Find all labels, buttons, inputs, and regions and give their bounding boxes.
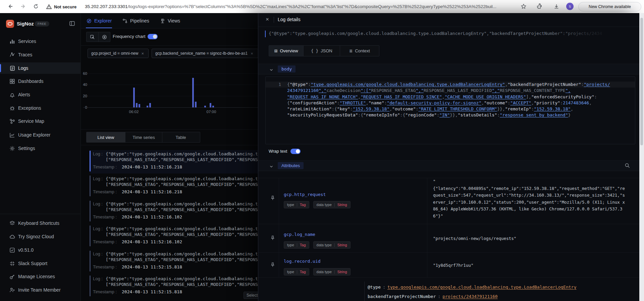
sidebar-item-manage-licenses[interactable]: Manage Licenses: [0, 271, 80, 282]
profile-avatar[interactable]: s: [566, 3, 574, 10]
timestamp-label: Timestamp :: [93, 214, 117, 219]
sidebar-item-logs[interactable]: Logs: [0, 62, 80, 74]
sidebar-item-traces[interactable]: Traces: [0, 49, 80, 60]
chevron-down-icon[interactable]: [269, 67, 273, 71]
sidebar-item-settings[interactable]: Settings: [0, 143, 80, 154]
tab-table[interactable]: Table: [162, 132, 199, 142]
tab-views[interactable]: Views: [160, 16, 180, 26]
pin-icon[interactable]: [270, 235, 275, 241]
meta-key: data type: [317, 270, 332, 274]
sidebar-item-alerts[interactable]: Alerts: [0, 89, 80, 100]
sidebar-item-version[interactable]: v0.51.0: [0, 244, 80, 256]
pin-icon[interactable]: [270, 195, 275, 201]
compass-icon: [87, 18, 92, 23]
sidebar-item-slack-support[interactable]: Slack Support: [0, 258, 80, 269]
log-row-accent: [90, 251, 91, 271]
wrap-text-toggle[interactable]: [290, 149, 301, 154]
sidebar-item-keyboard-shortcuts[interactable]: Keyboard Shortcuts: [0, 217, 80, 229]
meta-value: Tag: [300, 243, 306, 247]
bell-icon: [9, 92, 15, 98]
security-label: Not secure: [54, 4, 76, 9]
tab-label: JSON: [321, 48, 332, 53]
filter-label: gcp.backend_service_name = signoz-lb-dev…: [155, 51, 248, 56]
log-label: Log :: [93, 151, 103, 156]
attribute-meta: typeTag data typeString: [284, 241, 351, 249]
column-divider: [427, 178, 427, 277]
signoz-logo[interactable]: [6, 20, 14, 28]
tab-explorer[interactable]: Explorer: [87, 16, 112, 26]
chrome-update-button[interactable]: New Chrome available: [578, 2, 641, 11]
close-icon[interactable]: ×: [266, 16, 269, 23]
sidebar-divider: [0, 214, 80, 214]
sidebar-item-label: Keyboard Shortcuts: [18, 220, 59, 226]
tab-list-view[interactable]: List view: [87, 132, 125, 142]
pointer-select-button[interactable]: [87, 32, 98, 42]
tab-json[interactable]: { } JSON: [303, 46, 340, 56]
filter-chip-project[interactable]: gcp.project_id = omni-new ×: [88, 49, 149, 58]
frequency-chart-toggle[interactable]: [148, 34, 158, 39]
scrollbar-thumb[interactable]: [640, 18, 643, 145]
meta-value: String: [337, 203, 347, 207]
chevron-down-icon[interactable]: [269, 164, 273, 168]
sidebar-item-invite-team-member[interactable]: Invite Team Member: [0, 284, 80, 296]
sidebar-item-exceptions[interactable]: Exceptions: [0, 102, 80, 114]
sidebar-item-label: Services: [18, 39, 36, 44]
code-line: 243479121160","cacheDecision":["RESPONSE…: [266, 88, 635, 94]
sidebar-item-dashboards[interactable]: Dashboards: [0, 76, 80, 87]
filter-chip-backend-service[interactable]: gcp.backend_service_name = signoz-lb-dev…: [152, 49, 258, 58]
tab-context[interactable]: ≣ Context: [340, 46, 379, 56]
log-row-accent: [90, 201, 91, 221]
screen: Not secure 35.202.207.233:3301/logs/logs…: [0, 0, 644, 301]
meta-key: data type: [317, 203, 332, 207]
type-chip: typeTag: [284, 268, 309, 275]
body-section-label: body: [278, 65, 296, 72]
attribute-value: " {"latency":"0.004895s","remote_ip":"15…: [433, 178, 626, 219]
refresh-icon[interactable]: [33, 3, 39, 9]
header-divider: [274, 17, 274, 23]
remove-filter-icon[interactable]: ×: [251, 51, 253, 56]
tab-overview[interactable]: ⊞ Overview: [269, 46, 303, 56]
search-icon[interactable]: [625, 163, 630, 168]
site-security-chip[interactable]: Not secure: [46, 3, 76, 10]
sidebar-item-service-map[interactable]: Service Map: [0, 115, 80, 127]
attributes-section-header: Attributes: [258, 160, 640, 171]
url-bar[interactable]: 35.202.207.233:3301/logs/logs-explorer?o…: [85, 3, 514, 10]
sidebar-item-try-signoz-cloud[interactable]: Try Signoz Cloud: [0, 231, 80, 242]
download-icon[interactable]: [553, 3, 559, 9]
tab-label: Views: [168, 18, 180, 23]
plan-badge: FREE: [35, 21, 49, 27]
log-label: Log :: [93, 251, 103, 256]
tab-pipelines[interactable]: Pipelines: [122, 16, 149, 26]
sidebar-item-label: Alerts: [18, 92, 30, 97]
timestamp-label: Timestamp :: [93, 189, 117, 194]
tree-row: @type:type.googleapis.com/google.cloud.l…: [368, 285, 577, 291]
regex-button[interactable]: [98, 32, 110, 42]
row-separator: [258, 224, 640, 224]
back-icon[interactable]: [7, 3, 13, 9]
log-body-code[interactable]: 1 {"@type":"type.googleapis.com/google.c…: [265, 77, 635, 144]
remove-filter-icon[interactable]: ×: [141, 51, 144, 56]
chart-bar: [195, 102, 197, 107]
tree-key: backendTargetProjectNumber: [368, 294, 436, 299]
pin-icon[interactable]: [270, 262, 275, 267]
views-icon: [160, 18, 165, 23]
sidebar-item-usage-explorer[interactable]: Usage Explorer: [0, 129, 80, 141]
tree-key: @type: [368, 285, 381, 290]
extensions-icon[interactable]: [537, 3, 543, 9]
bookmark-star-icon[interactable]: [521, 3, 527, 9]
kv-separator: :: [438, 294, 441, 299]
column-divider: [279, 178, 279, 277]
url-path: /logs/logs-explorer?options=%7B"selectCo…: [128, 4, 496, 9]
braces-icon: { }: [311, 49, 318, 53]
sidebar-item-services[interactable]: Services: [0, 36, 80, 47]
log-label: Log :: [93, 176, 103, 181]
browser-scrollbar[interactable]: [639, 13, 644, 301]
code-line: 1 {"@type":"type.googleapis.com/google.c…: [266, 82, 635, 88]
cursor-box-icon: [90, 35, 95, 40]
toggle-knob: [153, 35, 157, 39]
meta-value: String: [337, 243, 347, 247]
forward-icon[interactable]: [20, 3, 26, 9]
tab-label: Explorer: [94, 18, 112, 23]
sidebar-collapse-icon[interactable]: [69, 20, 75, 27]
tab-time-series[interactable]: Time series: [125, 132, 162, 142]
